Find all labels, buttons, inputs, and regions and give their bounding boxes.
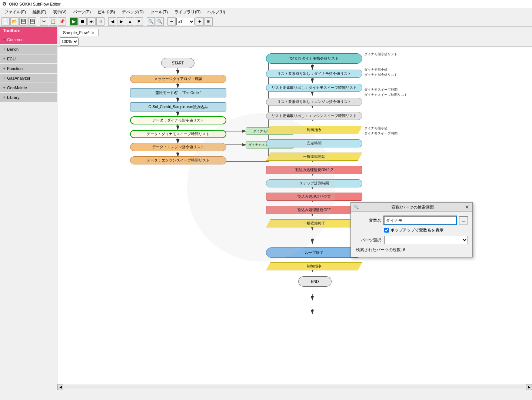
zoom-fit-button[interactable]: ⊞	[205, 17, 213, 26]
node-rec-end[interactable]: 一般収録終了	[266, 219, 362, 227]
align-left-button[interactable]: ◀	[108, 17, 116, 26]
side-label-dynamo-val2: ダイナモ指令値	[364, 126, 388, 131]
node-int-on[interactable]: 割込み処理監視ON:1,2	[266, 166, 362, 174]
count-row: 検索されたパーツの総数: 6	[355, 247, 468, 253]
zoom-minus-button[interactable]: −	[167, 17, 176, 26]
node-list2[interactable]: リスト要素取り出し：ダイナモスイープ時間リスト	[266, 84, 362, 92]
parts-select-label: パーツ選択	[355, 237, 381, 243]
app-title: ONO SOKKI SubFlow Editor	[9, 2, 60, 6]
variable-name-row: 変数名 ...	[355, 216, 468, 224]
align-bottom-button[interactable]: ▼	[135, 17, 143, 26]
tab-close-button[interactable]: ✕	[92, 31, 94, 35]
toolbox-item-onomainte[interactable]: + OnoMainte	[0, 83, 57, 92]
toolbox-item-label: Bench	[7, 47, 19, 51]
dialog-body: 変数名 ... ポップアップで変数名を表示 パーツ選択	[351, 212, 472, 257]
align-top-button[interactable]: ▲	[126, 17, 134, 26]
popup-checkbox[interactable]	[384, 228, 389, 233]
zoom-plus-button[interactable]: +	[196, 17, 204, 26]
dots-button[interactable]: ...	[459, 216, 468, 224]
side-label-dynamo-val: ダイナモ指令値	[364, 67, 388, 72]
node-data1-label: データ：ダイナモ指令値リスト	[152, 118, 204, 123]
zoom-in-button[interactable]: 🔍	[147, 17, 155, 26]
paste-button[interactable]: 📌	[58, 17, 66, 26]
stop-button[interactable]: ⏹	[79, 17, 87, 26]
node-mode[interactable]: 運転モード名' = "TestOrder"	[130, 88, 226, 97]
node-step[interactable]: ステップ計測時間	[266, 179, 362, 187]
canvas-toolbar: 100% 75% 50% 150% 200%	[57, 36, 532, 47]
zoom-out-button[interactable]: 🔍	[156, 17, 164, 26]
menu-library[interactable]: ライブラリ(R)	[172, 9, 203, 16]
variable-name-input[interactable]	[384, 216, 456, 224]
main-area: Toolbox + Common + Bench + ECU + Functio…	[0, 27, 532, 390]
node-data3-label: データ：エンジン指令値リスト	[152, 144, 204, 150]
node-rec-start[interactable]: 一般収録開始	[266, 153, 362, 161]
flow-canvas[interactable]: START メッセージダイアログ：確認 運転モード名' = "TestOrder…	[57, 47, 532, 384]
expand-icon: +	[3, 47, 6, 52]
node-osol[interactable]: O-Sol_Combi_Sample.xsm読み込み	[130, 102, 226, 111]
save-button[interactable]: 💾	[19, 17, 27, 26]
node-data4-label: データ：エンジンスイープ時間リスト	[147, 158, 210, 163]
node-list1-label: リスト要素取り出し：ダイナモ指令値リスト	[277, 71, 351, 76]
menu-file[interactable]: ファイル(F)	[1, 9, 29, 16]
search-count: 検索されたパーツの総数: 6	[356, 247, 405, 253]
node-list3[interactable]: リスト要素取り出し：エンジン指令値リスト	[266, 98, 362, 106]
cut-button[interactable]: ✂	[40, 17, 48, 26]
toolbox-item-ecu[interactable]: + ECU	[0, 54, 57, 63]
scroll-track[interactable]	[64, 386, 525, 389]
menu-tools[interactable]: ツール(T)	[147, 9, 171, 16]
node-start-label: START	[172, 61, 184, 65]
node-data2[interactable]: データ：ダイナモスイープ時間リスト	[130, 130, 226, 138]
scroll-left-button[interactable]: ◀	[57, 384, 63, 390]
node-msg[interactable]: メッセージダイアログ：確認	[130, 75, 226, 83]
node-stable[interactable]: 安定時間	[266, 139, 362, 147]
node-data3[interactable]: データ：エンジン指令値リスト	[130, 143, 226, 151]
menu-parts[interactable]: パーツ(P)	[70, 9, 94, 16]
parts-select[interactable]	[384, 236, 468, 244]
side-label-sweep-list: ダイナモスイープ時間リスト	[364, 93, 408, 97]
node-for[interactable]: for x in ダイナモ指令値リスト	[266, 53, 362, 64]
variable-name-label: 変数名	[355, 218, 381, 223]
menu-build[interactable]: ビルド(B)	[94, 9, 118, 16]
node-start[interactable]: START	[161, 58, 194, 68]
align-right-button[interactable]: ▶	[117, 17, 125, 26]
node-int-off-label: 割込み処理監視OFF	[297, 207, 331, 213]
menu-help[interactable]: ヘルプ(H)	[204, 9, 228, 16]
toolbox-item-bench[interactable]: + Bench	[0, 45, 57, 54]
toolbox-item-function[interactable]: + Function	[0, 64, 57, 73]
node-stable-label: 安定時間	[307, 141, 322, 146]
menu-debug[interactable]: デバッグ(D)	[119, 9, 147, 16]
node-loop-end[interactable]: ループ終了	[266, 247, 362, 258]
dialog-close-button[interactable]: ✕	[465, 204, 469, 210]
run-button[interactable]: ▶	[70, 17, 78, 26]
popup-label: ポップアップで変数名を表示	[390, 227, 443, 233]
bottom-scrollbar[interactable]: ◀ ▶	[57, 384, 532, 390]
toolbox-item-library[interactable]: + Library	[0, 93, 57, 102]
node-ctrl1[interactable]: 制御指令	[266, 126, 362, 134]
node-list4[interactable]: リスト要素取り出し：エンジンスイープ時間リスト	[266, 112, 362, 120]
menu-view[interactable]: 表示(V)	[50, 9, 70, 16]
dialog-icon: 🔍	[354, 205, 359, 210]
open-button[interactable]: 📂	[10, 17, 19, 26]
toolbox-item-label: GasAnalyzer	[7, 76, 30, 80]
menu-edit[interactable]: 編集(E)	[30, 9, 49, 16]
node-int-ret[interactable]: 割込み処理戻り位置	[266, 193, 362, 201]
zoom-percent-select[interactable]: 100% 75% 50% 150% 200%	[60, 37, 79, 46]
pause-button[interactable]: ⏸	[96, 17, 104, 26]
node-data1[interactable]: データ：ダイナモ指令値リスト	[130, 116, 226, 124]
node-list1[interactable]: リスト要素取り出し：ダイナモ指令値リスト	[266, 70, 362, 78]
expand-icon: +	[3, 85, 6, 90]
node-data4[interactable]: データ：エンジンスイープ時間リスト	[130, 156, 226, 164]
tab-sample-flow[interactable]: Sample_Flow* ✕	[59, 29, 99, 36]
step-button[interactable]: ⏭	[87, 17, 96, 26]
new-button[interactable]: 📄	[1, 17, 10, 26]
node-end[interactable]: END	[298, 276, 332, 287]
toolbox-item-gasanalyzer[interactable]: + GasAnalyzer	[0, 74, 57, 83]
zoom-select[interactable]: x1 x2 x0.5	[176, 18, 195, 25]
node-int-off[interactable]: 割込み処理監視OFF	[266, 206, 362, 214]
copy-button[interactable]: 📋	[49, 17, 57, 26]
toolbox-item-common[interactable]: + Common	[0, 35, 57, 44]
save-all-button[interactable]: 💾	[28, 17, 36, 26]
title-bar: ⚙ ONO SOKKI SubFlow Editor	[0, 0, 532, 8]
node-ctrl2[interactable]: 制御指令	[266, 262, 362, 270]
scroll-right-button[interactable]: ▶	[526, 384, 532, 390]
